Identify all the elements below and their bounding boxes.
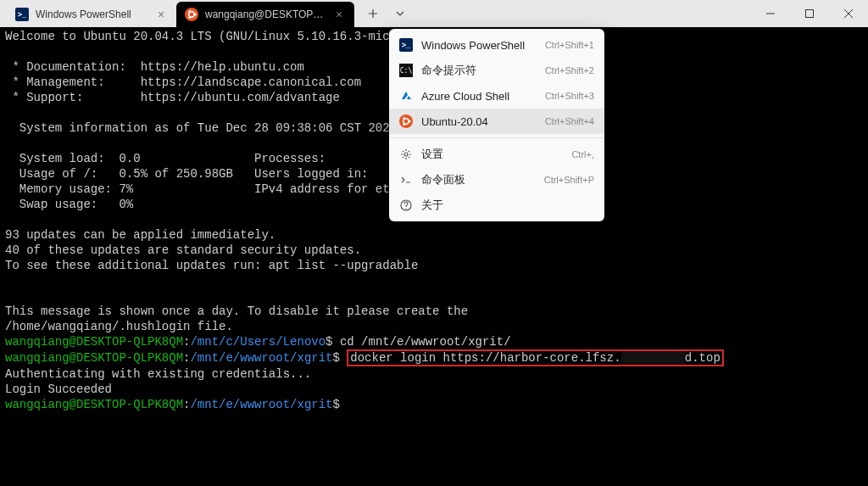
powershell-icon: >_ [15, 8, 29, 21]
prompt-user: wangqiang@DESKTOP-QLPK8QM [5, 351, 183, 365]
motd-line: System load: 0.0 Processes: [5, 152, 326, 165]
motd-line: /home/wangqiang/.hushlogin file. [5, 320, 233, 333]
close-icon[interactable]: × [332, 8, 346, 21]
prompt-path: /mnt/c/Users/Lenovo [190, 335, 326, 349]
motd-line: Memory usage: 7% IPv4 address for et [5, 182, 390, 196]
dropdown-button[interactable] [387, 1, 414, 26]
titlebar-drag-area[interactable] [414, 0, 751, 27]
prompt-user: wangqiang@DESKTOP-QLPK8QM [5, 335, 183, 349]
cmd-icon: C:\ [399, 64, 413, 77]
motd-line: * Documentation: https://help.ubuntu.com [5, 60, 304, 74]
profile-dropdown: >_ Windows PowerShell Ctrl+Shift+1 C:\ 命… [389, 29, 604, 221]
highlighted-command: docker login https://harbor-core.lfsz. d… [347, 349, 724, 366]
tab-label: Windows PowerShell [36, 8, 147, 20]
redacted-text [621, 351, 685, 365]
svg-point-11 [404, 153, 408, 156]
svg-point-3 [188, 10, 191, 13]
ubuntu-icon [399, 115, 413, 128]
menu-item-ubuntu[interactable]: Ubuntu-20.04 Ctrl+Shift+4 [389, 109, 604, 134]
motd-line: Swap usage: 0% [5, 198, 133, 211]
app-window: >_ Windows PowerShell × wangqiang@DESKTO… [0, 0, 868, 486]
tab-strip: >_ Windows PowerShell × wangqiang@DESKTO… [0, 0, 354, 27]
close-button[interactable] [829, 0, 868, 27]
motd-line: This message is shown once a day. To dis… [5, 304, 468, 318]
tab-powershell[interactable]: >_ Windows PowerShell × [7, 2, 176, 27]
titlebar: >_ Windows PowerShell × wangqiang@DESKTO… [0, 0, 868, 27]
prompt-path: /mnt/e/wwwroot/xgrit [190, 398, 332, 411]
menu-item-settings[interactable]: 设置 Ctrl+, [389, 142, 604, 167]
menu-separator [389, 137, 604, 138]
azure-icon [399, 89, 413, 103]
cmd-cd: cd /mnt/e/wwwroot/xgrit/ [333, 335, 511, 349]
motd-line: To see these additional updates run: apt… [5, 259, 418, 272]
powershell-icon: >_ [399, 38, 413, 52]
svg-point-2 [194, 14, 197, 16]
output-line: Login Succeeded [5, 383, 112, 396]
prompt-path: /mnt/e/wwwroot/xgrit [190, 351, 332, 365]
maximize-button[interactable] [790, 0, 829, 27]
tab-label: wangqiang@DESKTOP-QLPK8Q [205, 8, 326, 20]
svg-point-9 [403, 117, 405, 120]
motd-line: Welcome to Ubuntu 20.04.3 LTS (GNU/Linux… [5, 30, 390, 43]
menu-item-about[interactable]: 关于 [389, 193, 604, 218]
motd-line: 93 updates can be applied immediately. [5, 228, 275, 242]
svg-point-4 [188, 16, 191, 19]
motd-line: * Management: https://landscape.canonica… [5, 75, 361, 89]
motd-line: * Support: https://ubuntu.com/advantage [5, 91, 340, 104]
gear-icon [399, 148, 413, 161]
motd-line: System information as of Tue Dec 28 09:3… [5, 121, 390, 135]
svg-point-10 [403, 123, 405, 126]
close-icon[interactable]: × [154, 8, 168, 21]
prompt-user: wangqiang@DESKTOP-QLPK8QM [5, 398, 183, 411]
svg-rect-5 [806, 10, 814, 18]
menu-item-powershell[interactable]: >_ Windows PowerShell Ctrl+Shift+1 [389, 32, 604, 58]
minimize-button[interactable] [751, 0, 790, 27]
palette-icon [399, 173, 413, 187]
motd-line: 40 of these updates are standard securit… [5, 243, 361, 257]
help-icon [399, 198, 413, 212]
window-controls [751, 0, 868, 27]
ubuntu-icon [185, 8, 198, 21]
svg-point-8 [409, 120, 411, 123]
new-tab-button[interactable] [359, 1, 387, 26]
tab-ubuntu[interactable]: wangqiang@DESKTOP-QLPK8Q × [176, 2, 354, 27]
menu-item-cmd[interactable]: C:\ 命令提示符 Ctrl+Shift+2 [389, 58, 604, 83]
menu-item-azure[interactable]: Azure Cloud Shell Ctrl+Shift+3 [389, 83, 604, 109]
motd-line: Usage of /: 0.5% of 250.98GB Users logge… [5, 167, 368, 181]
tab-actions [359, 0, 414, 27]
menu-item-command-palette[interactable]: 命令面板 Ctrl+Shift+P [389, 167, 604, 193]
output-line: Authenticating with existing credentials… [5, 367, 311, 381]
